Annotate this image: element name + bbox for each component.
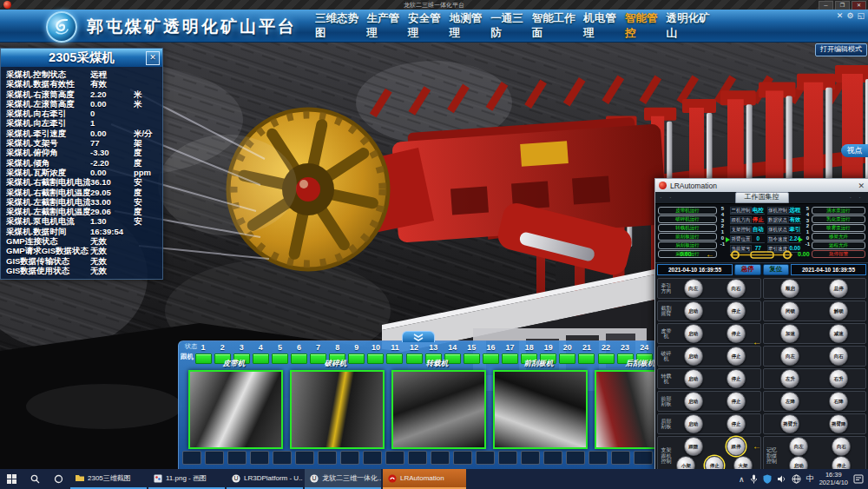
round-control-button[interactable]: 停止 bbox=[727, 369, 746, 388]
strip-slot[interactable] bbox=[611, 451, 630, 465]
round-control-button[interactable]: 跟停 bbox=[727, 437, 746, 456]
round-control-button[interactable]: 停止 bbox=[727, 392, 746, 411]
network-globe-icon[interactable] bbox=[792, 474, 801, 484]
round-control-button[interactable]: 启动 bbox=[684, 392, 703, 411]
taskbar-task[interactable]: 11.png - 画图 bbox=[148, 469, 225, 489]
menu-item[interactable]: 一通三防 bbox=[490, 11, 532, 41]
round-control-button[interactable]: 减速 bbox=[829, 324, 848, 343]
strip-slot[interactable] bbox=[340, 451, 359, 465]
run-status-button[interactable]: 移架允许 bbox=[812, 233, 865, 241]
strip-slot[interactable] bbox=[182, 451, 201, 465]
reset-button[interactable]: 复位 bbox=[763, 264, 790, 275]
round-control-button[interactable]: 摇臂升 bbox=[780, 414, 799, 433]
round-control-button[interactable]: 启动 bbox=[684, 369, 703, 388]
menu-item[interactable]: 机电管理 bbox=[583, 11, 625, 41]
round-control-button[interactable]: 停止 bbox=[727, 414, 746, 433]
strip-slot[interactable] bbox=[431, 451, 450, 465]
round-control-button[interactable]: 停止 bbox=[727, 301, 746, 320]
round-control-button[interactable]: 向左 bbox=[684, 279, 703, 298]
strip-slot[interactable] bbox=[589, 451, 608, 465]
run-status-button[interactable]: 清水泵运行 bbox=[812, 207, 865, 215]
taskbar-task[interactable]: LRAutomation bbox=[383, 469, 466, 489]
strip-slot[interactable] bbox=[408, 451, 427, 465]
menu-item[interactable]: 三维态势图 bbox=[315, 11, 366, 41]
strip-slot[interactable] bbox=[295, 451, 314, 465]
clock[interactable]: 16:39 2021/4/10 bbox=[819, 472, 848, 486]
run-status-button[interactable]: 喷雾泵运行 bbox=[812, 224, 865, 232]
menu-item[interactable]: 智能工作面 bbox=[532, 11, 583, 41]
input-method-indicator[interactable]: 中 bbox=[806, 473, 814, 485]
menu-item[interactable]: 生产管理 bbox=[366, 11, 408, 41]
round-control-button[interactable]: 停止 bbox=[727, 347, 746, 366]
cortana-icon[interactable] bbox=[47, 469, 70, 489]
gear-icon[interactable]: ⚙ bbox=[846, 11, 853, 20]
run-status-button[interactable]: 破碎机运行 bbox=[658, 215, 717, 223]
microphone-icon[interactable] bbox=[750, 474, 758, 484]
round-control-button[interactable]: 停止 bbox=[727, 324, 746, 343]
lr-titlebar[interactable]: LRAutomation ✕ bbox=[655, 179, 868, 192]
round-control-button[interactable]: 向右 bbox=[829, 347, 848, 366]
round-control-button[interactable]: 顺启 bbox=[780, 279, 799, 298]
taskbar-task[interactable]: 2305三维截图 bbox=[70, 469, 147, 489]
strip-slot[interactable] bbox=[385, 451, 404, 465]
strip-slot[interactable] bbox=[521, 451, 540, 465]
run-status-button[interactable]: 前刮板运行 bbox=[658, 233, 717, 241]
strip-slot[interactable] bbox=[634, 451, 653, 465]
round-control-button[interactable]: 启动 bbox=[684, 301, 703, 320]
camera-feed[interactable] bbox=[493, 370, 588, 449]
strip-slot[interactable] bbox=[498, 451, 517, 465]
search-icon[interactable] bbox=[23, 469, 47, 489]
round-control-button[interactable]: 摇臂降 bbox=[829, 414, 848, 433]
round-control-button[interactable]: 向右 bbox=[727, 279, 746, 298]
run-status-button[interactable]: 乳化泵运行 bbox=[812, 215, 865, 223]
speaker-icon[interactable] bbox=[777, 474, 786, 484]
round-control-button[interactable]: 左降 bbox=[780, 392, 799, 411]
strip-slot[interactable] bbox=[250, 451, 269, 465]
strip-slot[interactable] bbox=[227, 451, 247, 465]
start-button[interactable] bbox=[0, 469, 23, 489]
camera-feed[interactable] bbox=[290, 370, 385, 449]
menu-item[interactable]: 安全管理 bbox=[408, 11, 450, 41]
camera-feed[interactable] bbox=[391, 370, 486, 449]
strip-slot[interactable] bbox=[363, 451, 382, 465]
taskbar-task[interactable]: U龙软二三维一体化... bbox=[305, 469, 381, 489]
round-control-button[interactable]: 加速 bbox=[780, 324, 799, 343]
menu-item[interactable]: 透明化矿山 bbox=[667, 11, 718, 41]
panel-close-icon[interactable]: ✕ bbox=[146, 51, 160, 65]
round-control-button[interactable]: 启动 bbox=[684, 324, 703, 343]
layout-icon[interactable]: ◱ bbox=[857, 11, 865, 20]
viewpoint-tab[interactable]: 视点 bbox=[841, 144, 868, 157]
round-control-button[interactable]: 向右 bbox=[832, 437, 851, 456]
menu-item[interactable]: 智能管控 bbox=[625, 11, 667, 41]
strip-slot[interactable] bbox=[566, 451, 585, 465]
strip-slot[interactable] bbox=[543, 451, 562, 465]
round-control-button[interactable]: 启动 bbox=[684, 414, 703, 433]
lr-close-icon[interactable]: ✕ bbox=[858, 182, 865, 190]
menu-item[interactable]: 地测管理 bbox=[450, 11, 491, 41]
round-control-button[interactable]: 向左 bbox=[789, 437, 808, 456]
camera-feed[interactable] bbox=[188, 370, 283, 449]
taskbar-task[interactable]: ULR3DPlatform - U... bbox=[227, 469, 303, 489]
round-control-button[interactable]: 跟随 bbox=[684, 437, 703, 456]
round-control-button[interactable]: 右降 bbox=[829, 392, 848, 411]
run-status-button[interactable]: 皮带机运行 bbox=[658, 207, 717, 215]
round-control-button[interactable]: 闭锁 bbox=[780, 301, 799, 320]
shield-icon[interactable] bbox=[763, 474, 772, 484]
notification-center-icon[interactable] bbox=[853, 474, 864, 484]
round-control-button[interactable]: 左升 bbox=[780, 369, 799, 388]
run-status-button[interactable]: 转载机运行 bbox=[658, 224, 717, 232]
round-control-button[interactable]: 解锁 bbox=[829, 301, 848, 320]
estop-button[interactable]: 急停 bbox=[734, 264, 761, 275]
round-control-button[interactable]: 向左 bbox=[780, 347, 799, 366]
strip-slot[interactable] bbox=[205, 451, 224, 465]
round-control-button[interactable]: 右升 bbox=[829, 369, 848, 388]
strip-slot[interactable] bbox=[318, 451, 337, 465]
open-edit-mode-button[interactable]: 打开编辑模式 bbox=[815, 43, 867, 56]
tray-chevron-icon[interactable]: ∧ bbox=[739, 475, 745, 484]
tools-icon[interactable]: ✕ bbox=[837, 11, 844, 20]
strip-slot[interactable] bbox=[476, 451, 495, 465]
round-control-button[interactable]: 总停 bbox=[829, 279, 848, 298]
tab-workface-control[interactable]: 工作面集控 bbox=[735, 192, 789, 203]
camera-feed[interactable] bbox=[595, 370, 658, 449]
round-control-button[interactable]: 启动 bbox=[684, 347, 703, 366]
